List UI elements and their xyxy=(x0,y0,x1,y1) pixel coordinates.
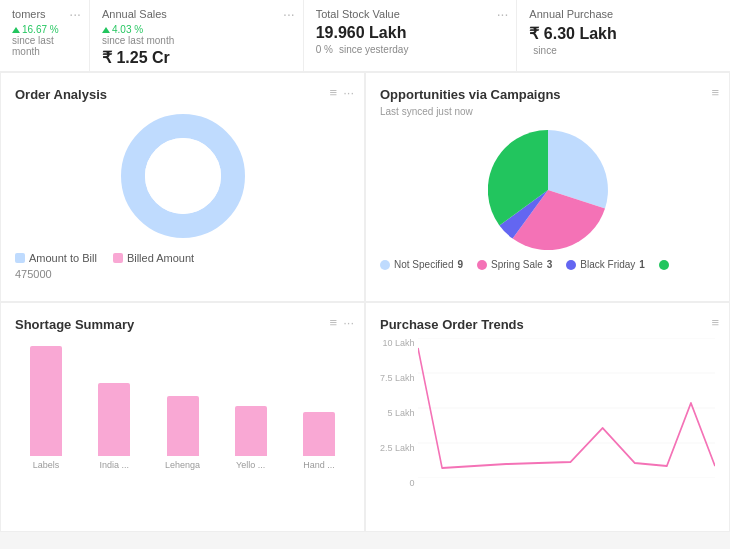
panel-order-analysis: Order Analysis ≡ ··· Amount to Bill Bill… xyxy=(0,72,365,302)
filter-icon[interactable]: ≡ xyxy=(330,85,338,100)
arrow-up-icon xyxy=(102,27,110,33)
bar-label: Lehenga xyxy=(165,460,200,470)
pie-count-not-specified: 9 xyxy=(457,259,463,270)
bar-label: India ... xyxy=(100,460,130,470)
line-chart-container: 10 Lakh 7.5 Lakh 5 Lakh 2.5 Lakh 0 xyxy=(380,338,715,488)
filter-icon[interactable]: ≡ xyxy=(711,315,719,330)
bar-group: Hand ... xyxy=(292,412,346,470)
donut-chart xyxy=(118,111,248,241)
opportunities-title: Opportunities via Campaigns xyxy=(380,87,715,102)
pie-dot-not-specified xyxy=(380,260,390,270)
legend-label-billed: Billed Amount xyxy=(127,252,194,264)
bar-chart: LabelsIndia ...LehengaYello ...Hand ... xyxy=(15,340,350,470)
stat-annual-sales-change: 4.03 % xyxy=(102,24,143,35)
stat-more-icon[interactable]: ··· xyxy=(497,6,509,22)
bar xyxy=(98,383,130,456)
bar-group: Labels xyxy=(19,346,73,470)
filter-icon[interactable]: ≡ xyxy=(711,85,719,100)
stat-total-stock: Total Stock Value 19.960 Lakh 0 % since … xyxy=(304,0,518,71)
stat-annual-sales-title: Annual Sales xyxy=(102,8,291,20)
pie-dot-spring-sale xyxy=(477,260,487,270)
pie-label-not-specified: Not Specified xyxy=(394,259,453,270)
main-grid: Order Analysis ≡ ··· Amount to Bill Bill… xyxy=(0,72,730,549)
panel-actions-trends: ≡ xyxy=(711,315,719,330)
stat-total-stock-change: 0 % xyxy=(316,44,333,55)
stat-customers-sub: since last month xyxy=(12,35,77,57)
filter-icon[interactable]: ≡ xyxy=(330,315,338,330)
panel-actions-opp: ≡ xyxy=(711,85,719,100)
legend-amount-to-bill: Amount to Bill xyxy=(15,252,97,264)
stat-total-stock-title: Total Stock Value xyxy=(316,8,505,20)
y-axis-labels: 10 Lakh 7.5 Lakh 5 Lakh 2.5 Lakh 0 xyxy=(380,338,419,488)
more-icon[interactable]: ··· xyxy=(343,85,354,100)
line-chart-area xyxy=(418,338,715,478)
bar xyxy=(235,406,267,456)
line-chart-svg xyxy=(418,338,715,478)
panel-shortage-summary: Shortage Summary ≡ ··· LabelsIndia ...Le… xyxy=(0,302,365,532)
stat-annual-purchase-sub: since xyxy=(533,45,556,56)
y-label-0: 0 xyxy=(380,478,419,488)
stat-total-stock-value: 19.960 Lakh xyxy=(316,24,505,42)
pie-legend-black-friday: Black Friday 1 xyxy=(566,259,645,270)
stat-annual-sales-value: ₹ 1.25 Cr xyxy=(102,48,291,67)
bar xyxy=(30,346,62,456)
y-label-5: 5 Lakh xyxy=(380,408,419,418)
stats-bar: tomers 16.67 % since last month ··· Annu… xyxy=(0,0,730,72)
pie-container xyxy=(380,125,715,255)
y-label-75: 7.5 Lakh xyxy=(380,373,419,383)
panel-actions-shortage: ≡ ··· xyxy=(330,315,354,330)
bar-group: Lehenga xyxy=(155,396,209,470)
pie-count-spring-sale: 3 xyxy=(547,259,553,270)
pie-label-black-friday: Black Friday xyxy=(580,259,635,270)
stat-total-stock-sub: since yesterday xyxy=(339,44,408,55)
y-label-10: 10 Lakh xyxy=(380,338,419,348)
stat-annual-purchase: Annual Purchase ₹ 6.30 Lakh since xyxy=(517,0,730,71)
order-analysis-value: 475000 xyxy=(15,268,350,280)
stat-more-icon[interactable]: ··· xyxy=(69,6,81,22)
pie-dot-other xyxy=(659,260,669,270)
panel-purchase-trends: Purchase Order Trends ≡ 10 Lakh 7.5 Lakh… xyxy=(365,302,730,532)
y-label-25: 2.5 Lakh xyxy=(380,443,419,453)
stat-customers-title: tomers xyxy=(12,8,77,20)
legend-label-amount: Amount to Bill xyxy=(29,252,97,264)
pie-dot-black-friday xyxy=(566,260,576,270)
pie-legend-spring-sale: Spring Sale 3 xyxy=(477,259,552,270)
shortage-summary-title: Shortage Summary xyxy=(15,317,350,332)
legend-billed-amount: Billed Amount xyxy=(113,252,194,264)
bar xyxy=(167,396,199,456)
donut-container xyxy=(15,106,350,246)
pie-label-spring-sale: Spring Sale xyxy=(491,259,543,270)
bar xyxy=(303,412,335,456)
svg-point-1 xyxy=(145,138,221,214)
bar-label: Hand ... xyxy=(303,460,335,470)
stat-customers: tomers 16.67 % since last month ··· xyxy=(0,0,90,71)
stat-annual-purchase-title: Annual Purchase xyxy=(529,8,718,20)
stat-more-icon[interactable]: ··· xyxy=(283,6,295,22)
stat-annual-sales: Annual Sales 4.03 % since last month ₹ 1… xyxy=(90,0,304,71)
pie-legend-not-specified: Not Specified 9 xyxy=(380,259,463,270)
stat-customers-change: 16.67 % xyxy=(12,24,77,35)
legend-dot-billed xyxy=(113,253,123,263)
bar-group: Yello ... xyxy=(224,406,278,470)
pie-legend-other xyxy=(659,259,669,270)
bar-label: Labels xyxy=(33,460,60,470)
pie-count-black-friday: 1 xyxy=(639,259,645,270)
pie-legend: Not Specified 9 Spring Sale 3 Black Frid… xyxy=(380,259,715,270)
more-icon[interactable]: ··· xyxy=(343,315,354,330)
opportunities-subtitle: Last synced just now xyxy=(380,106,715,117)
purchase-trends-title: Purchase Order Trends xyxy=(380,317,715,332)
legend-dot-amount xyxy=(15,253,25,263)
arrow-up-icon xyxy=(12,27,20,33)
bar-label: Yello ... xyxy=(236,460,265,470)
order-analysis-title: Order Analysis xyxy=(15,87,350,102)
legend-row: Amount to Bill Billed Amount xyxy=(15,252,350,264)
pie-chart xyxy=(488,130,608,250)
panel-opportunities: Opportunities via Campaigns Last synced … xyxy=(365,72,730,302)
stat-annual-purchase-value: ₹ 6.30 Lakh xyxy=(529,24,718,43)
stat-annual-sales-sub: since last month xyxy=(102,35,291,46)
bar-group: India ... xyxy=(87,383,141,470)
panel-actions: ≡ ··· xyxy=(330,85,354,100)
